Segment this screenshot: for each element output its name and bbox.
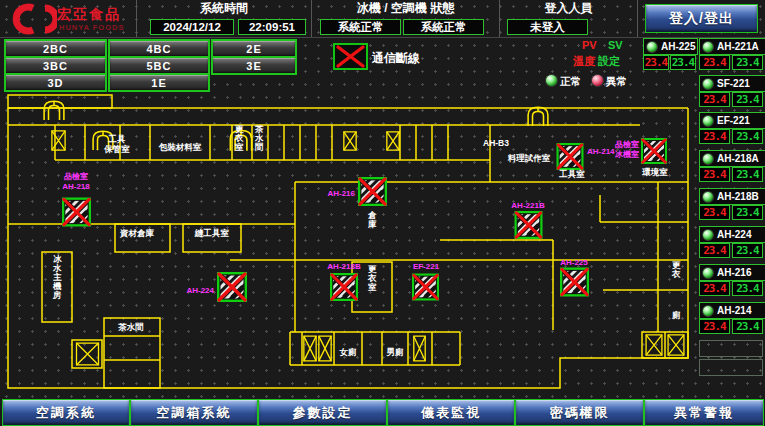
ahu-icon-ah-218[interactable] bbox=[63, 199, 90, 226]
shaft-x-icon bbox=[304, 336, 316, 361]
ahu-icon-ah-221b[interactable] bbox=[516, 212, 542, 238]
comm-loss-icon bbox=[333, 43, 369, 71]
shaft-x-icon bbox=[52, 131, 65, 150]
stairs-icon bbox=[528, 107, 548, 126]
unit-sv-value: 23.4 bbox=[670, 55, 696, 70]
unit-ah-216[interactable]: AH-216 bbox=[699, 264, 765, 281]
shaft-x-icon bbox=[319, 336, 331, 361]
map-unit-label: AH-218 bbox=[62, 182, 90, 191]
unit-sv-value: 23.4 bbox=[732, 129, 763, 144]
nav-parameter-settings[interactable]: 參數設定 bbox=[258, 399, 387, 426]
ahu-icon-ef-221[interactable] bbox=[413, 275, 438, 300]
unit-ah-225[interactable]: AH-225 bbox=[643, 38, 698, 55]
system-clock-display: 22:09:51 bbox=[238, 19, 306, 35]
room-label: 廁 bbox=[671, 310, 681, 320]
hmi-screen: 宏亞食品 HUNYA FOODS 系統時間 2024/12/12 22:09:5… bbox=[0, 0, 765, 426]
unit-ah-218b[interactable]: AH-218B bbox=[699, 188, 765, 205]
map-unit-label: AH-221B bbox=[511, 201, 545, 210]
nav-meter-monitoring[interactable]: 儀表監視 bbox=[387, 399, 515, 426]
unit-slot-empty bbox=[699, 340, 763, 357]
unit-status-led bbox=[702, 229, 714, 241]
system-time-title: 系統時間 bbox=[137, 1, 311, 15]
ahu-icon-ah-214[interactable] bbox=[558, 144, 583, 169]
shaft-x-icon bbox=[344, 132, 356, 150]
ahu-icon-ah-216[interactable] bbox=[359, 178, 386, 205]
unit-status-led bbox=[702, 153, 714, 165]
comm-loss-label: 通信斷線 bbox=[372, 50, 420, 67]
setpoint-legend: 設定 bbox=[598, 54, 620, 69]
floor-button-3e[interactable]: 3E bbox=[211, 56, 297, 75]
stairs-icon bbox=[44, 101, 64, 120]
logo: 宏亞食品 HUNYA FOODS bbox=[0, 0, 136, 38]
chiller-status-display: 系統正常 bbox=[320, 19, 401, 35]
unit-sf-221[interactable]: SF-221 bbox=[699, 75, 765, 92]
map-unit-label: AH-225 bbox=[560, 258, 588, 267]
room-label: 資材倉庫 bbox=[119, 228, 155, 238]
room-label: 工具 bbox=[108, 134, 127, 144]
unit-ef-221[interactable]: EF-221 bbox=[699, 112, 765, 129]
ahu-icon-ah-224[interactable] bbox=[218, 273, 246, 301]
map-unit-label: AH-224 bbox=[186, 286, 214, 295]
login-user-title: 登入人員 bbox=[500, 1, 637, 15]
brand-name-en: HUNYA FOODS bbox=[59, 23, 124, 32]
unit-ah-221a[interactable]: AH-221A bbox=[699, 38, 765, 55]
map-unit-label: 品檢室 bbox=[615, 139, 639, 149]
room-label: 料理試作室 bbox=[507, 153, 551, 163]
unit-sv-value: 23.4 bbox=[732, 92, 763, 107]
unit-sv-value: 23.4 bbox=[732, 281, 763, 296]
unit-label: AH-225 bbox=[661, 41, 695, 52]
unit-pv-value: 23.4 bbox=[699, 55, 730, 70]
unit-status-led bbox=[702, 78, 714, 90]
unit-ah-218a[interactable]: AH-218A bbox=[699, 150, 765, 167]
ahu-icon-ah-225[interactable] bbox=[561, 269, 588, 296]
unit-pv-value: 23.4 bbox=[699, 281, 730, 296]
room-label: 茶水間 bbox=[117, 322, 144, 332]
map-unit-label: 品檢室 bbox=[64, 171, 88, 181]
abnormal-label: 異常 bbox=[606, 75, 627, 89]
login-user-display: 未登入 bbox=[507, 19, 588, 35]
unit-ah-224[interactable]: AH-224 bbox=[699, 226, 765, 243]
unit-pv-value: 23.4 bbox=[699, 205, 730, 220]
room-label: 更衣室 bbox=[234, 124, 244, 152]
map-unit-label: AH-214 bbox=[587, 147, 615, 156]
unit-status-led bbox=[702, 191, 714, 203]
shaft-x-icon bbox=[668, 335, 684, 355]
nav-abnormal-alarm[interactable]: 異常警報 bbox=[644, 399, 764, 426]
room-label: AH-B3 bbox=[483, 138, 509, 148]
unit-label: SF-221 bbox=[717, 78, 750, 89]
nav-ac-system[interactable]: 空調系統 bbox=[2, 399, 130, 426]
unit-sv-value: 23.4 bbox=[732, 319, 763, 334]
pv-header: PV bbox=[582, 39, 597, 51]
unit-label: AH-224 bbox=[717, 229, 751, 240]
unit-sv-value: 23.4 bbox=[732, 205, 763, 220]
login-logout-button[interactable]: 登入/登出 bbox=[645, 4, 758, 33]
room-label: 縫工具室 bbox=[194, 228, 230, 238]
unit-pv-value: 23.4 bbox=[699, 129, 730, 144]
unit-sv-value: 23.4 bbox=[732, 167, 763, 182]
nav-ahu-system[interactable]: 空調箱系統 bbox=[130, 399, 258, 426]
shaft-x-icon bbox=[77, 343, 99, 365]
header-divider bbox=[637, 0, 638, 37]
room-label: 茶水間 bbox=[254, 124, 264, 152]
unit-status-led bbox=[702, 305, 714, 317]
temp-legend: 溫度 bbox=[573, 54, 595, 69]
shaft-x-icon bbox=[646, 335, 662, 355]
ahu-icon-ah-218b[interactable] bbox=[331, 274, 357, 300]
unit-label: AH-218B bbox=[717, 191, 759, 202]
logo-arc-right bbox=[45, 8, 56, 30]
room-label: 倉庫 bbox=[367, 210, 377, 229]
room-label: 男廁 bbox=[386, 347, 405, 357]
unit-status-led bbox=[702, 41, 714, 53]
unit-pv-value: 23.4 bbox=[643, 55, 669, 70]
ahu-icon-pinjian[interactable] bbox=[642, 139, 666, 163]
shaft-x-icon bbox=[414, 336, 425, 361]
unit-ah-214[interactable]: AH-214 bbox=[699, 302, 765, 319]
nav-password-permission[interactable]: 密碼權限 bbox=[515, 399, 644, 426]
unit-status-led bbox=[646, 41, 658, 53]
map-unit-label: AH-218B bbox=[327, 262, 361, 271]
shaft-x-icon bbox=[387, 132, 399, 150]
room-label: 更衣室 bbox=[367, 264, 377, 292]
machine-status-title: 冰機 / 空調機 狀態 bbox=[312, 1, 499, 15]
unit-label: AH-214 bbox=[717, 305, 751, 316]
unit-pv-value: 23.4 bbox=[699, 167, 730, 182]
